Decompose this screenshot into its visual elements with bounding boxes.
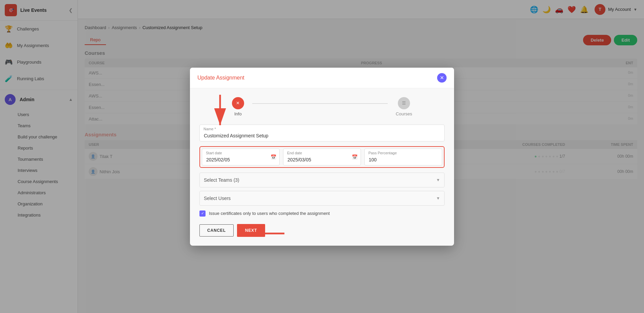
modal-overlay: Update Assignment ✕ ✕ Info ☰ Courses Nam… — [0, 0, 644, 313]
stepper: ✕ Info ☰ Courses — [199, 97, 445, 116]
certificate-checkbox-label: Issue certificates only to users who com… — [209, 211, 330, 216]
name-input[interactable] — [199, 125, 445, 141]
end-date-input[interactable] — [283, 149, 361, 165]
select-users-field[interactable]: Select Users ▼ — [199, 191, 445, 206]
step-info-label: Info — [234, 111, 242, 116]
modal-body: ✕ Info ☰ Courses Name * Start — [190, 88, 454, 246]
date-row: Start date 📅 End date 📅 Pass Percentage — [202, 149, 442, 165]
end-date-wrapper: End date 📅 — [283, 149, 361, 165]
modal-header: Update Assignment ✕ — [190, 68, 454, 88]
step-info: ✕ Info — [232, 97, 244, 116]
select-users-chevron-icon: ▼ — [436, 196, 440, 201]
start-date-input[interactable] — [202, 149, 280, 165]
end-date-calendar-icon[interactable]: 📅 — [352, 154, 358, 160]
modal-title: Update Assignment — [197, 75, 244, 81]
certificate-checkbox[interactable]: ✓ — [199, 210, 206, 217]
select-users-label: Select Users — [204, 196, 231, 201]
next-button[interactable]: NEXT — [237, 224, 265, 237]
modal-footer: CANCEL NEXT — [199, 224, 445, 237]
date-row-highlighted: Start date 📅 End date 📅 Pass Percentage — [199, 146, 445, 168]
select-teams-label: Select Teams (3) — [204, 177, 239, 183]
certificate-checkbox-row: ✓ Issue certificates only to users who c… — [199, 210, 445, 217]
select-teams-chevron-icon: ▼ — [436, 178, 440, 182]
step-courses: ☰ Courses — [396, 97, 412, 116]
pass-percentage-input[interactable] — [364, 149, 442, 165]
start-date-calendar-icon[interactable]: 📅 — [271, 154, 276, 160]
step-courses-label: Courses — [396, 111, 412, 116]
start-date-wrapper: Start date 📅 — [202, 149, 280, 165]
modal: Update Assignment ✕ ✕ Info ☰ Courses Nam… — [190, 68, 454, 246]
cancel-button[interactable]: CANCEL — [199, 224, 234, 237]
modal-close-button[interactable]: ✕ — [437, 73, 447, 83]
name-field-wrapper: Name * — [199, 125, 445, 141]
step-line — [252, 103, 388, 104]
step-info-circle: ✕ — [232, 97, 244, 109]
pass-percentage-wrapper: Pass Percentage — [364, 149, 442, 165]
step-courses-circle: ☰ — [398, 97, 410, 109]
select-teams-field[interactable]: Select Teams (3) ▼ — [199, 173, 445, 187]
